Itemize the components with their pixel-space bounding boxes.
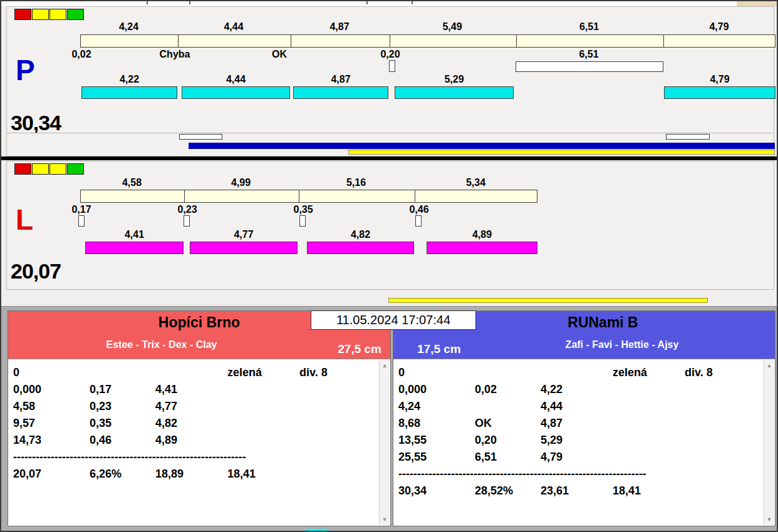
window-edge-artifact: [147, 1, 148, 4]
fault-label: Chyba: [156, 49, 194, 60]
result-cell: 25,55: [398, 449, 475, 466]
team-panel-left: Hopíci Brno Estee - Trix - Dex - Clay 27…: [8, 310, 391, 526]
scroll-down-icon[interactable]: ▼: [764, 514, 774, 524]
cross-time-label: 6,51: [571, 49, 606, 60]
result-cell: 0,17: [90, 381, 155, 398]
light-yellow-icon: [49, 9, 66, 20]
result-total-cell: 28,52%: [475, 483, 541, 499]
result-cell: [685, 415, 761, 432]
window-corner-decoration: [737, 1, 777, 6]
result-separator: ----------------------------------------…: [398, 466, 761, 483]
result-cell: 0,20: [475, 432, 541, 449]
scroll-up-icon[interactable]: ▲: [380, 361, 390, 371]
result-cell: div. 8: [685, 364, 761, 381]
results-list-right[interactable]: 0 zelená div. 8 0,000 0,02 4,22 4,24 4,: [393, 359, 775, 526]
result-cell: [685, 381, 761, 398]
progress-bar-yellow-l: [388, 298, 708, 303]
dog-time-label: 4,44: [182, 74, 290, 85]
footer-lane-marker: [306, 529, 327, 532]
scroll-down-icon[interactable]: ▼: [380, 514, 390, 524]
result-separator: ----------------------------------------…: [13, 449, 376, 466]
lane-total-p: 30,34: [11, 112, 61, 133]
dog-bar-l: [307, 242, 414, 254]
light-yellow-icon: [32, 163, 49, 175]
start-lights-l: [14, 163, 85, 175]
result-cell: [227, 415, 299, 432]
dog-bar-p: [81, 86, 177, 99]
result-total-cell: 18,41: [613, 483, 685, 499]
result-row: 13,55 0,20 5,29: [398, 432, 761, 449]
dog-time-label: 4,41: [85, 229, 184, 240]
lane-panel-l: 4,58 4,99 5,16 5,34 0,17 0,23 0,35 0,46 …: [6, 161, 774, 290]
dog-bar-p: [395, 86, 514, 99]
result-row: 0 zelená div. 8: [13, 364, 376, 381]
dog-bar-l: [190, 242, 298, 254]
light-green-icon: [67, 163, 84, 175]
timing-app-window: 4,24 4,44 4,87 5,49 6,51 4,79 0,02 Chyba…: [0, 0, 778, 532]
result-cell: OK: [475, 415, 541, 432]
result-row: 0 zelená div. 8: [398, 364, 761, 381]
dog-time-label: 4,77: [190, 229, 298, 240]
jump-height: 17,5 cm: [417, 342, 461, 356]
scroll-up-icon[interactable]: ▲: [764, 361, 774, 371]
result-cell: 9,57: [13, 415, 90, 432]
result-total-row: 20,07 6,26% 18,89 18,41: [13, 466, 376, 483]
result-row: 25,55 6,51 4,79: [398, 449, 761, 466]
team-dogs: Zafi - Favi - Hettie - Ajsy: [469, 339, 775, 350]
result-cell: [475, 398, 541, 415]
ok-label: OK: [264, 49, 295, 60]
result-cell: 13,55: [398, 432, 475, 449]
result-cell: [685, 398, 761, 415]
result-cell: 5,29: [541, 432, 613, 449]
range-marker: [179, 134, 222, 140]
result-cell: 4,82: [155, 415, 227, 432]
team-panel-right: RUNami B Zafi - Favi - Hettie - Ajsy 17,…: [393, 310, 775, 526]
results-list-left[interactable]: 0 zelená div. 8 0,000 0,17 4,41 4,58 0,2…: [8, 359, 390, 526]
jump-height: 27,5 cm: [338, 342, 381, 356]
result-cell: 0: [13, 364, 90, 381]
cross-time-label: 0,02: [64, 49, 99, 60]
result-total-cell: 30,34: [398, 483, 475, 499]
result-cell: [299, 398, 376, 415]
start-lights-p: [14, 9, 85, 20]
dog-time-label: 4,22: [81, 74, 177, 85]
result-cell: 4,89: [155, 432, 227, 449]
result-cell: [613, 449, 685, 466]
dog-bar-l: [85, 242, 184, 254]
result-cell: zelená: [227, 364, 299, 381]
cross-marker: [389, 60, 395, 72]
cross-time-label: 0,17: [64, 204, 99, 215]
result-cell: zelená: [613, 364, 685, 381]
result-total-cell: 20,07: [13, 466, 90, 483]
result-cell: [475, 364, 541, 381]
result-cell: 0: [398, 364, 475, 381]
range-marker: [666, 134, 710, 140]
cross-time-label: 0,23: [170, 204, 205, 215]
lane-letter-p: P: [16, 56, 35, 84]
dog-bar-l: [427, 242, 537, 254]
result-cell: 6,51: [475, 449, 541, 466]
result-cell: [685, 449, 761, 466]
result-cell: [685, 432, 761, 449]
split-time-label: 4,99: [184, 177, 298, 188]
cross-time-label: 0,20: [373, 49, 408, 60]
window-edge-artifact: [189, 1, 190, 4]
window-edge-artifact: [412, 1, 413, 4]
split-time-label: 4,79: [663, 21, 775, 33]
result-cell: [613, 381, 685, 398]
scrollbar[interactable]: ▲ ▼: [764, 360, 774, 525]
dog-bar-p: [293, 86, 388, 99]
result-cell: 14,73: [13, 432, 90, 449]
result-cell: 4,44: [541, 398, 613, 415]
result-cell: [227, 381, 299, 398]
team-dogs: Estee - Trix - Dex - Clay: [8, 339, 315, 350]
result-cell: [299, 432, 376, 449]
split-time-label: 4,44: [177, 21, 290, 33]
window-edge-artifact: [366, 1, 368, 4]
result-total-row: 30,34 28,52% 23,61 18,41: [398, 483, 761, 499]
cross-time-label: 0,35: [286, 204, 321, 215]
scrollbar[interactable]: ▲ ▼: [379, 360, 390, 525]
result-row: 9,57 0,35 4,82: [13, 415, 376, 432]
result-row: 8,68 OK 4,87: [398, 415, 761, 432]
split-time-label: 5,49: [389, 21, 516, 33]
